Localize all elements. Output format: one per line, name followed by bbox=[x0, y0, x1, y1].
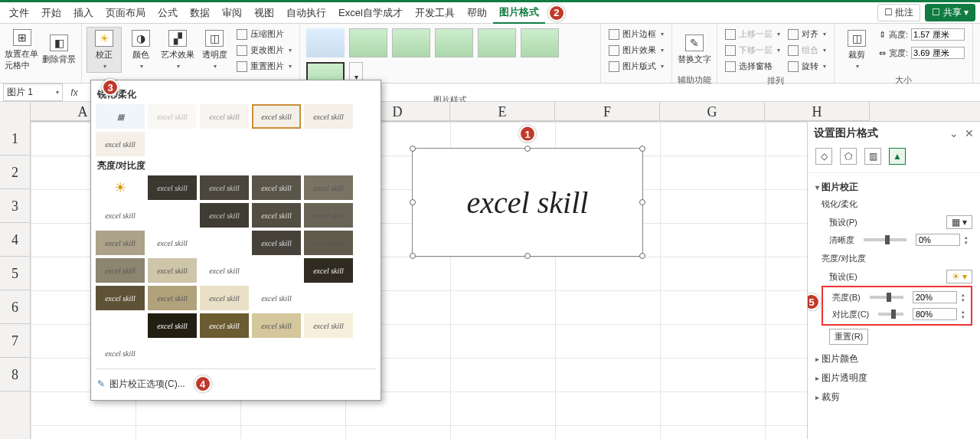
alt-text-button[interactable]: ✎替换文字 bbox=[677, 27, 712, 73]
row-head-1[interactable]: 1 bbox=[0, 122, 30, 156]
sharpen-thumb-2[interactable]: excel skill bbox=[200, 104, 249, 129]
pane-close-icon[interactable]: ✕ bbox=[965, 127, 974, 139]
sharpen-thumb-1[interactable]: excel skill bbox=[148, 104, 197, 129]
pic-style-4[interactable] bbox=[435, 28, 473, 57]
bc-thumb[interactable]: excel skill bbox=[148, 258, 197, 283]
annotate-button[interactable]: ☐ 批注 bbox=[877, 4, 920, 21]
tab-custom[interactable]: Excel自学成才 bbox=[332, 3, 409, 23]
width-input[interactable] bbox=[911, 47, 965, 59]
clarity-input[interactable] bbox=[916, 234, 960, 246]
pane-tab-size-icon[interactable]: ▥ bbox=[864, 148, 881, 165]
selected-image[interactable]: ⟳ excel skill 1 bbox=[412, 148, 643, 257]
row-head-2[interactable]: 2 bbox=[0, 156, 30, 189]
width-field[interactable]: ⇔宽度: bbox=[876, 45, 968, 61]
tab-dev[interactable]: 开发工具 bbox=[409, 3, 461, 23]
pane-menu-icon[interactable]: ⌄ bbox=[949, 127, 959, 139]
bc-thumb[interactable]: excel skill bbox=[304, 203, 353, 228]
bc-thumb[interactable]: excel skill bbox=[96, 258, 145, 283]
brightness-slider[interactable] bbox=[870, 296, 903, 299]
tab-data[interactable]: 数据 bbox=[184, 3, 216, 23]
contrast-slider[interactable] bbox=[878, 313, 903, 316]
bc-thumb[interactable]: excel skill bbox=[96, 231, 145, 255]
bc-thumb[interactable]: excel skill bbox=[96, 341, 145, 365]
remove-bg-button[interactable]: ◧删除背景 bbox=[41, 27, 77, 73]
align-button[interactable]: 对齐 ▾ bbox=[785, 27, 829, 41]
col-head-E[interactable]: E bbox=[450, 102, 555, 121]
fx-button[interactable]: fx bbox=[66, 87, 83, 98]
bc-thumb[interactable]: excel skill bbox=[96, 203, 145, 228]
tab-file[interactable]: 文件 bbox=[3, 3, 35, 23]
bc-thumb[interactable]: excel skill bbox=[148, 175, 197, 200]
share-button[interactable]: ☐ 共享 ▾ bbox=[925, 4, 975, 21]
bc-thumb[interactable]: excel skill bbox=[304, 231, 353, 255]
row-head-4[interactable]: 4 bbox=[0, 223, 30, 257]
sharpen-thumb-4[interactable]: excel skill bbox=[304, 104, 353, 129]
pic-effect-button[interactable]: 图片效果 ▾ bbox=[606, 43, 667, 57]
selection-pane-button[interactable]: 选择窗格 bbox=[722, 59, 783, 74]
corrections-button[interactable]: ☀校正▾ bbox=[87, 27, 122, 73]
pic-style-3[interactable] bbox=[392, 28, 430, 57]
tab-home[interactable]: 开始 bbox=[35, 3, 67, 23]
height-field[interactable]: ⇕高度: bbox=[876, 27, 968, 42]
tab-help[interactable]: 帮助 bbox=[461, 3, 493, 23]
place-in-cell-button[interactable]: ⊞放置在单元格中 bbox=[5, 27, 40, 73]
contrast-input[interactable] bbox=[913, 308, 957, 320]
tab-auto[interactable]: 自动执行 bbox=[280, 3, 332, 23]
col-head-G[interactable]: G bbox=[660, 102, 765, 121]
bc-thumb[interactable]: excel skill bbox=[252, 203, 301, 228]
bc-sun-icon[interactable]: ☀ bbox=[96, 175, 145, 200]
bc-thumb[interactable]: excel skill bbox=[200, 203, 249, 228]
pic-style-2[interactable] bbox=[349, 28, 387, 57]
reset-button[interactable]: 重置(R) bbox=[829, 329, 868, 345]
pic-style-5[interactable] bbox=[478, 28, 516, 57]
bc-thumb[interactable]: excel skill bbox=[304, 175, 353, 200]
height-input[interactable] bbox=[911, 28, 965, 41]
sec-color[interactable]: 图片颜色 bbox=[815, 349, 972, 369]
sharpen-thumb-5[interactable]: excel skill bbox=[96, 132, 145, 156]
preset-e-button[interactable]: ☀ ▾ bbox=[946, 270, 972, 283]
bc-thumb[interactable]: excel skill bbox=[252, 286, 301, 310]
change-pic-button[interactable]: 更改图片 ▾ bbox=[234, 43, 295, 57]
preset-p-button[interactable]: ▦ ▾ bbox=[946, 215, 972, 229]
contrast-spinner[interactable]: ▴▾ bbox=[962, 309, 969, 319]
pic-layout-button[interactable]: 图片版式 ▾ bbox=[606, 59, 667, 74]
compress-button[interactable]: 压缩图片 bbox=[234, 27, 295, 41]
bc-thumb[interactable]: excel skill bbox=[148, 313, 197, 338]
bc-thumb[interactable]: excel skill bbox=[252, 313, 301, 338]
bc-thumb[interactable]: excel skill bbox=[148, 286, 197, 310]
tab-picture-format[interactable]: 图片格式 bbox=[493, 2, 545, 24]
row-head-7[interactable]: 7 bbox=[0, 324, 30, 358]
bc-thumb[interactable]: excel skill bbox=[96, 286, 145, 310]
bc-thumb[interactable]: excel skill bbox=[148, 231, 197, 255]
name-box[interactable]: 图片 1▾ bbox=[3, 84, 63, 101]
tab-insert[interactable]: 插入 bbox=[67, 3, 100, 23]
sec-transparency[interactable]: 图片透明度 bbox=[815, 369, 972, 388]
bc-thumb[interactable]: excel skill bbox=[304, 313, 353, 338]
clarity-slider[interactable] bbox=[864, 238, 906, 241]
pic-border-button[interactable]: 图片边框 ▾ bbox=[606, 27, 667, 41]
pic-correction-options[interactable]: ✎ 图片校正选项(C)... 4 bbox=[96, 372, 376, 395]
bc-thumb[interactable]: excel skill bbox=[252, 231, 301, 255]
sec-correction[interactable]: 图片校正 bbox=[815, 178, 972, 197]
artistic-effects-button[interactable]: ▞艺术效果▾ bbox=[160, 27, 195, 73]
bring-forward-button[interactable]: 上移一层 ▾ bbox=[722, 27, 783, 41]
transparency-button[interactable]: ◫透明度▾ bbox=[197, 27, 232, 73]
pane-tab-fill-icon[interactable]: ◇ bbox=[815, 148, 832, 165]
pic-style-6[interactable] bbox=[521, 28, 559, 57]
tab-formula[interactable]: 公式 bbox=[152, 3, 184, 23]
tab-review[interactable]: 审阅 bbox=[216, 3, 248, 23]
bc-thumb[interactable]: excel skill bbox=[200, 175, 249, 200]
bc-thumb[interactable]: excel skill bbox=[200, 313, 249, 338]
group-button[interactable]: 组合 ▾ bbox=[785, 43, 829, 57]
tab-view[interactable]: 视图 bbox=[248, 3, 280, 23]
send-backward-button[interactable]: 下移一层 ▾ bbox=[722, 43, 783, 57]
reset-pic-button[interactable]: 重置图片 ▾ bbox=[234, 59, 295, 74]
brightness-input[interactable] bbox=[913, 291, 957, 303]
sharpen-thumb-3[interactable]: excel skill bbox=[252, 104, 301, 129]
clarity-spinner[interactable]: ▴▾ bbox=[965, 234, 972, 245]
sharpen-extra-icon[interactable]: ▦ bbox=[96, 104, 145, 129]
row-head-3[interactable]: 3 bbox=[0, 189, 30, 223]
col-head-H[interactable]: H bbox=[765, 102, 870, 121]
color-button[interactable]: ◑颜色▾ bbox=[123, 27, 158, 73]
bc-thumb[interactable]: excel skill bbox=[200, 258, 249, 283]
